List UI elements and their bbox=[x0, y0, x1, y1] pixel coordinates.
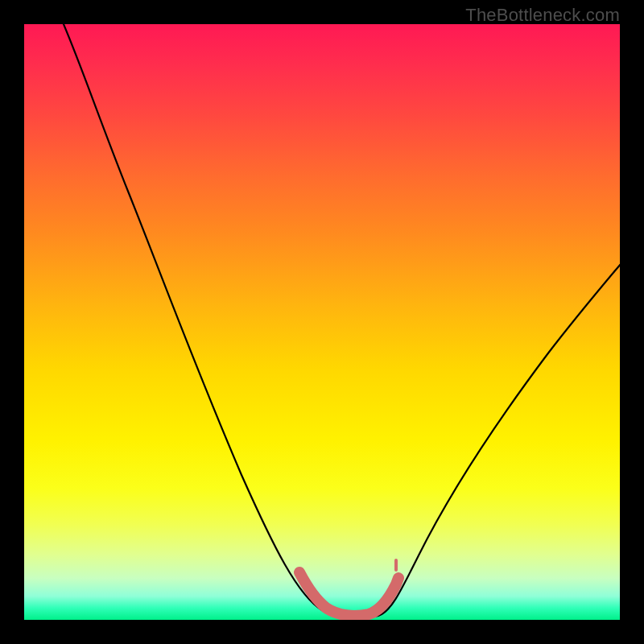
curve-svg bbox=[24, 24, 620, 620]
optimal-zone-marker bbox=[299, 572, 398, 616]
bottleneck-curve bbox=[56, 24, 620, 618]
chart-frame: TheBottleneck.com bbox=[0, 0, 644, 644]
watermark-label: TheBottleneck.com bbox=[465, 5, 620, 26]
plot-area bbox=[24, 24, 620, 620]
